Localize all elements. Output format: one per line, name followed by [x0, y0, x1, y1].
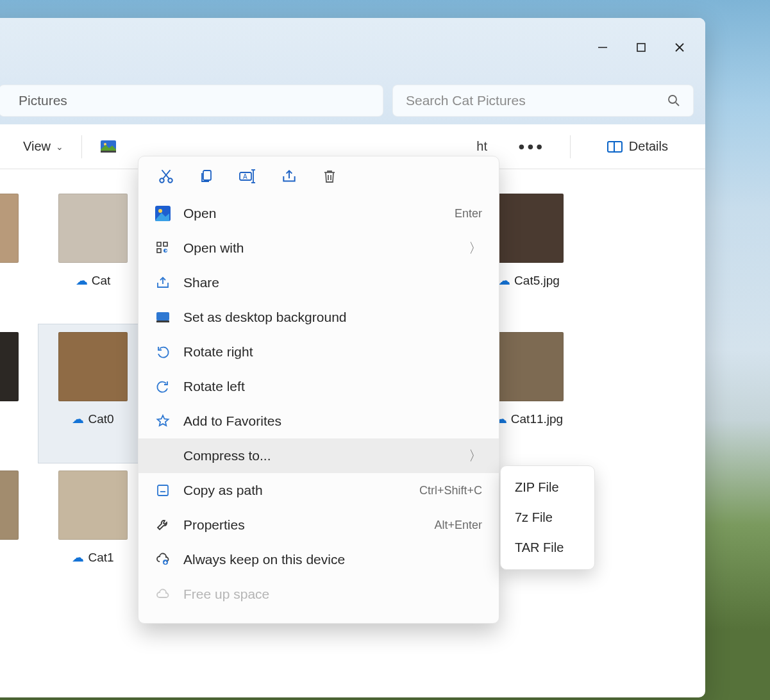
- file-thumbnail[interactable]: ☁Cat1: [38, 463, 147, 601]
- menu-open-with[interactable]: Open with 〉: [138, 231, 499, 265]
- toolbar-separator: [570, 135, 571, 158]
- desktop-icon: [153, 311, 173, 324]
- menu-label: Compress to...: [183, 448, 469, 463]
- menu-add-favorites[interactable]: Add to Favorites: [138, 404, 499, 438]
- copy-path-icon: [153, 483, 173, 497]
- file-thumbnail[interactable]: g: [0, 186, 38, 324]
- chevron-down-icon: ⌄: [56, 142, 63, 152]
- address-bar[interactable]: Pictures: [0, 85, 383, 117]
- file-name: Cat0: [88, 412, 113, 426]
- share-icon: [153, 276, 173, 290]
- partial-toolbar-text: ht: [476, 139, 487, 154]
- star-icon: [153, 414, 173, 428]
- svg-line-11: [163, 170, 171, 178]
- menu-shortcut: Ctrl+Shift+C: [419, 484, 482, 497]
- more-button[interactable]: •••: [519, 137, 545, 157]
- svg-rect-26: [157, 249, 161, 253]
- details-view-button[interactable]: Details: [607, 139, 668, 154]
- menu-label: Rotate left: [183, 379, 482, 394]
- view-label: View: [23, 139, 51, 154]
- chevron-right-icon: 〉: [469, 239, 482, 257]
- menu-label: Free up space: [183, 587, 482, 602]
- maximize-button[interactable]: [622, 31, 660, 63]
- svg-point-23: [158, 209, 162, 213]
- menu-compress[interactable]: Compress to... 〉: [138, 438, 499, 473]
- svg-rect-29: [156, 312, 169, 321]
- menu-label: Share: [183, 275, 482, 290]
- search-box[interactable]: Search Cat Pictures: [392, 85, 694, 117]
- svg-rect-25: [163, 242, 167, 246]
- rename-icon[interactable]: A: [239, 168, 256, 185]
- file-thumbnail[interactable]: og: [0, 463, 38, 601]
- toolbar-separator: [81, 135, 82, 158]
- context-menu: A Open Enter Open with 〉 Share Set as de…: [138, 156, 499, 624]
- addressbar-row: Pictures Search Cat Pictures: [0, 77, 705, 124]
- menu-label: Copy as path: [183, 483, 419, 498]
- menu-open[interactable]: Open Enter: [138, 196, 499, 231]
- menu-label: Open with: [183, 240, 469, 256]
- svg-point-9: [160, 178, 164, 183]
- svg-rect-13: [203, 171, 211, 180]
- submenu-zip[interactable]: ZIP File: [501, 472, 594, 503]
- menu-shortcut: Enter: [455, 207, 482, 221]
- chevron-right-icon: 〉: [469, 447, 482, 465]
- details-icon: [607, 141, 623, 153]
- svg-rect-8: [101, 151, 116, 153]
- close-button[interactable]: [660, 31, 699, 63]
- menu-set-background[interactable]: Set as desktop background: [138, 300, 499, 335]
- menu-rotate-right[interactable]: Rotate right: [138, 335, 499, 369]
- delete-icon[interactable]: [322, 168, 337, 185]
- svg-line-12: [162, 170, 169, 178]
- svg-line-5: [676, 103, 679, 106]
- svg-point-4: [669, 96, 676, 103]
- search-placeholder: Search Cat Pictures: [406, 93, 526, 108]
- copy-icon[interactable]: [199, 168, 214, 185]
- svg-rect-30: [156, 321, 169, 322]
- file-name: Cat11.jpg: [511, 412, 563, 426]
- menu-label: Set as desktop background: [183, 310, 482, 325]
- cloud-icon: ☁: [72, 550, 84, 565]
- menu-properties[interactable]: Properties Alt+Enter: [138, 508, 499, 542]
- menu-label: Rotate right: [183, 344, 482, 360]
- svg-point-10: [168, 178, 172, 183]
- menu-shortcut: Alt+Enter: [434, 519, 482, 532]
- share-icon[interactable]: [281, 168, 297, 185]
- submenu-tar[interactable]: TAR File: [501, 533, 594, 563]
- menu-share[interactable]: Share: [138, 265, 499, 300]
- wrench-icon: [153, 518, 173, 532]
- view-dropdown[interactable]: View ⌄: [23, 139, 63, 154]
- file-thumbnail[interactable]: ☁Cat: [38, 186, 147, 324]
- submenu-label: 7z File: [515, 510, 553, 524]
- menu-rotate-left[interactable]: Rotate left: [138, 369, 499, 404]
- cloud-icon: ☁: [76, 273, 88, 288]
- rotate-left-icon: [153, 379, 173, 394]
- context-quick-actions: A: [138, 164, 499, 196]
- submenu-label: TAR File: [515, 540, 564, 554]
- svg-text:A: A: [243, 173, 247, 180]
- cut-icon[interactable]: [158, 168, 174, 185]
- rotate-right-icon: [153, 345, 173, 359]
- titlebar: [0, 18, 705, 77]
- file-thumbnail[interactable]: g: [0, 324, 38, 463]
- menu-label: Always keep on this device: [183, 552, 482, 567]
- menu-always-keep[interactable]: Always keep on this device: [138, 542, 499, 577]
- file-name: Cat: [92, 274, 111, 288]
- svg-rect-24: [157, 242, 161, 246]
- menu-copy-path[interactable]: Copy as path Ctrl+Shift+C: [138, 473, 499, 508]
- submenu-7z[interactable]: 7z File: [501, 503, 594, 533]
- file-name: Cat5.jpg: [514, 274, 560, 288]
- details-label: Details: [629, 139, 668, 154]
- svg-rect-31: [158, 485, 168, 496]
- cloud-icon: ☁: [72, 412, 84, 426]
- cloud-icon: ☁: [498, 273, 510, 288]
- open-with-icon: [153, 241, 173, 255]
- cloud-icon: [153, 588, 173, 600]
- menu-free-up-space: Free up space: [138, 577, 499, 612]
- menu-label: Open: [183, 206, 455, 221]
- file-thumbnail[interactable]: ☁Cat0: [38, 324, 147, 463]
- image-tool-button[interactable]: [100, 140, 117, 154]
- minimize-button[interactable]: [583, 31, 622, 63]
- menu-label: Add to Favorites: [183, 413, 482, 429]
- cloud-download-icon: [153, 553, 173, 567]
- svg-rect-1: [637, 44, 645, 51]
